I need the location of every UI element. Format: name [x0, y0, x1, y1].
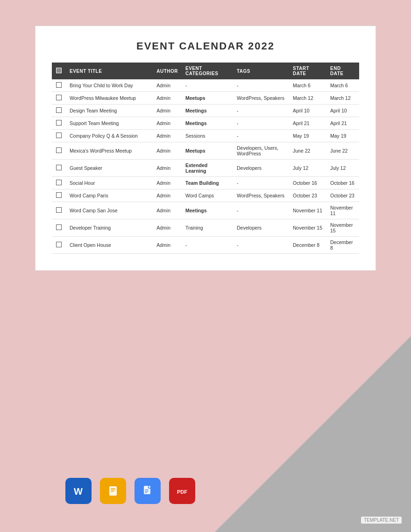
row-author: Admin: [153, 105, 182, 117]
checkbox-icon[interactable]: [56, 192, 62, 198]
row-categories: Extended Learning: [182, 160, 233, 177]
pdf-icon[interactable]: PDF: [169, 478, 195, 504]
row-end-date: April 21: [326, 117, 359, 130]
title-year: 2022: [248, 40, 275, 52]
row-checkbox-cell[interactable]: [52, 105, 66, 117]
header-categories: EVENT CATEGORIES: [182, 63, 233, 79]
checkbox-icon[interactable]: [56, 242, 62, 247]
row-tags: -: [233, 105, 289, 117]
row-author: Admin: [153, 202, 182, 219]
row-event-title: Word Camp San Jose: [66, 202, 153, 219]
row-checkbox-cell[interactable]: [52, 160, 66, 177]
table-row: Developer Training Admin Training Develo…: [52, 219, 359, 237]
document-title: EVENT CALENDAR 2022: [52, 40, 359, 52]
checkbox-icon[interactable]: [56, 165, 62, 170]
table-row: Design Team Meeting Admin Meetings - Apr…: [52, 105, 359, 117]
row-end-date: November 11: [326, 202, 359, 219]
svg-text:W: W: [74, 486, 83, 497]
header-end-date: END DATE: [326, 63, 359, 79]
row-checkbox-cell[interactable]: [52, 79, 66, 92]
row-categories: -: [182, 79, 233, 92]
row-event-title: Mexica's WordPress Meetup: [66, 142, 153, 160]
checkbox-icon[interactable]: [56, 133, 62, 138]
row-checkbox-cell[interactable]: [52, 219, 66, 237]
row-checkbox-cell[interactable]: [52, 189, 66, 202]
pages-icon[interactable]: [100, 478, 126, 504]
row-author: Admin: [153, 237, 182, 254]
event-calendar-table: EVENT TITLE AUTHOR EVENT CATEGORIES TAGS…: [52, 63, 359, 254]
row-tags: Developers: [233, 160, 289, 177]
row-checkbox-cell[interactable]: [52, 237, 66, 254]
background-triangle: [215, 336, 411, 532]
checkbox-icon[interactable]: [56, 120, 62, 126]
checkbox-icon[interactable]: [56, 147, 62, 153]
table-row: Word Camp San Jose Admin Meetings - Nove…: [52, 202, 359, 219]
row-event-title: Word Camp Paris: [66, 189, 153, 202]
row-event-title: Support Team Meeting: [66, 117, 153, 130]
table-row: Mexica's WordPress Meetup Admin Meetups …: [52, 142, 359, 160]
row-author: Admin: [153, 177, 182, 189]
row-tags: -: [233, 117, 289, 130]
row-tags: WordPress, Speakers: [233, 189, 289, 202]
row-end-date: March 6: [326, 79, 359, 92]
row-checkbox-cell[interactable]: [52, 142, 66, 160]
checkbox-icon[interactable]: [56, 224, 62, 230]
table-row: Word Camp Paris Admin Word Camps WordPre…: [52, 189, 359, 202]
row-checkbox-cell[interactable]: [52, 202, 66, 219]
row-checkbox-cell[interactable]: [52, 92, 66, 105]
row-author: Admin: [153, 160, 182, 177]
checkbox-icon[interactable]: [56, 107, 62, 113]
svg-rect-11: [145, 492, 147, 493]
row-tags: Developers, Users, WordPress: [233, 142, 289, 160]
row-categories: Meetings: [182, 117, 233, 130]
header-author: AUTHOR: [153, 63, 182, 79]
row-checkbox-cell[interactable]: [52, 177, 66, 189]
row-start-date: October 16: [289, 177, 326, 189]
header-event-title: EVENT TITLE: [66, 63, 153, 79]
row-tags: -: [233, 130, 289, 142]
row-author: Admin: [153, 92, 182, 105]
row-event-title: Bring Your Child to Work Day: [66, 79, 153, 92]
row-start-date: June 22: [289, 142, 326, 160]
row-author: Admin: [153, 219, 182, 237]
row-author: Admin: [153, 189, 182, 202]
google-docs-icon[interactable]: [135, 478, 161, 504]
row-checkbox-cell[interactable]: [52, 130, 66, 142]
table-row: Social Hour Admin Team Building - Octobe…: [52, 177, 359, 189]
table-row: WordPress Milwaukee Meetup Admin Meetups…: [52, 92, 359, 105]
row-event-title: Client Open House: [66, 237, 153, 254]
row-start-date: April 10: [289, 105, 326, 117]
checkbox-icon[interactable]: [56, 95, 62, 100]
row-end-date: October 23: [326, 189, 359, 202]
checkbox-icon[interactable]: [56, 207, 62, 213]
checkbox-icon[interactable]: [56, 180, 62, 185]
row-end-date: June 22: [326, 142, 359, 160]
document-card: EVENT CALENDAR 2022 EVENT TITLE AUTHOR E…: [35, 26, 376, 271]
row-categories: Meetings: [182, 202, 233, 219]
row-author: Admin: [153, 117, 182, 130]
row-start-date: October 23: [289, 189, 326, 202]
row-tags: -: [233, 79, 289, 92]
row-event-title: Guest Speaker: [66, 160, 153, 177]
checkbox-icon[interactable]: [56, 82, 62, 88]
row-categories: Word Camps: [182, 189, 233, 202]
row-start-date: March 6: [289, 79, 326, 92]
row-categories: Training: [182, 219, 233, 237]
header-tags: TAGS: [233, 63, 289, 79]
row-tags: -: [233, 237, 289, 254]
table-row: Support Team Meeting Admin Meetings - Ap…: [52, 117, 359, 130]
word-icon[interactable]: W: [65, 478, 92, 504]
row-categories: Team Building: [182, 177, 233, 189]
row-categories: Meetings: [182, 105, 233, 117]
row-end-date: October 16: [326, 177, 359, 189]
header-start-date: START DATE: [289, 63, 326, 79]
row-checkbox-cell[interactable]: [52, 117, 66, 130]
row-start-date: March 12: [289, 92, 326, 105]
svg-text:PDF: PDF: [177, 489, 187, 495]
row-start-date: November 11: [289, 202, 326, 219]
row-author: Admin: [153, 142, 182, 160]
app-icons-row: W PDF: [65, 478, 195, 504]
row-tags: -: [233, 177, 289, 189]
table-row: Bring Your Child to Work Day Admin - - M…: [52, 79, 359, 92]
table-row: Guest Speaker Admin Extended Learning De…: [52, 160, 359, 177]
